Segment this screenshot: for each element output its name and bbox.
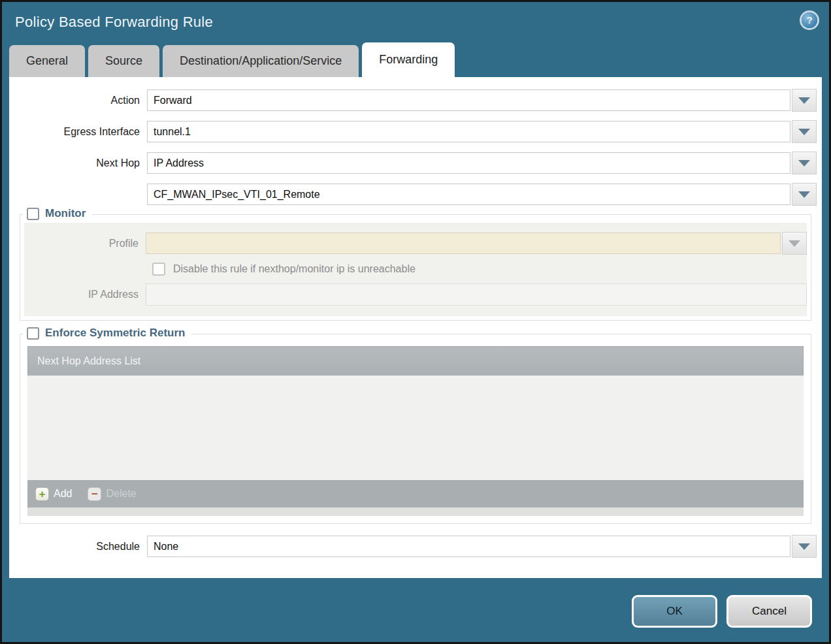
next-hop-row: Next Hop (9, 152, 817, 174)
next-hop-dropdown-button[interactable] (792, 152, 817, 174)
next-hop-label: Next Hop (9, 157, 147, 169)
dialog-footer: OK Cancel (632, 595, 812, 628)
next-hop-address-list-header: Next Hop Address List (27, 346, 804, 376)
enforce-symmetric-return-legend-label: Enforce Symmetric Return (45, 327, 185, 340)
cancel-button[interactable]: Cancel (726, 595, 812, 628)
next-hop-address-list-toolbar: + Add − Delete (27, 480, 804, 507)
disable-rule-checkbox (152, 263, 165, 276)
tab-source[interactable]: Source (88, 45, 159, 77)
add-button[interactable]: + Add (35, 487, 72, 501)
profile-input (146, 233, 781, 254)
monitor-legend: Monitor (23, 207, 92, 220)
chevron-down-icon (798, 97, 810, 104)
ok-button[interactable]: OK (632, 595, 717, 628)
monitor-fieldset: Monitor Profile Disable this rule if nex… (20, 214, 811, 321)
profile-row: Profile (31, 232, 807, 255)
next-hop-address-list-table: Next Hop Address List + Add − Delete (27, 346, 804, 516)
action-row: Action (9, 89, 817, 112)
chevron-down-icon (798, 129, 810, 135)
minus-icon: − (88, 487, 101, 501)
schedule-row: Schedule (9, 535, 817, 558)
monitor-body: Profile Disable this rule if nexthop/mon… (24, 223, 807, 316)
schedule-dropdown-button[interactable] (792, 535, 817, 558)
schedule-label: Schedule (9, 541, 147, 553)
tab-general[interactable]: General (9, 45, 85, 77)
profile-dropdown-button (782, 232, 807, 255)
monitor-ip-address-label: IP Address (31, 289, 146, 300)
tab-bar: General Source Destination/Application/S… (9, 42, 829, 77)
disable-rule-row: Disable this rule if nexthop/monitor ip … (152, 263, 807, 276)
policy-based-forwarding-dialog: Policy Based Forwarding Rule ? General S… (0, 0, 831, 644)
dialog-titlebar: Policy Based Forwarding Rule (2, 2, 829, 42)
action-input[interactable] (147, 89, 790, 111)
next-hop-address-input[interactable] (147, 184, 790, 205)
next-hop-address-dropdown-button[interactable] (792, 183, 817, 206)
egress-interface-row: Egress Interface (9, 120, 817, 143)
chevron-down-icon (798, 543, 810, 550)
schedule-input[interactable] (147, 536, 790, 557)
monitor-ip-address-input (146, 283, 807, 306)
dialog-title: Policy Based Forwarding Rule (15, 14, 213, 31)
forwarding-tab-panel: Action Egress Interface Next Hop (9, 77, 822, 578)
help-icon[interactable]: ? (802, 12, 817, 28)
action-label: Action (9, 95, 147, 106)
egress-interface-label: Egress Interface (9, 126, 147, 138)
table-scrollbar-strip (27, 507, 804, 516)
action-dropdown-button[interactable] (792, 89, 817, 112)
egress-interface-input[interactable] (147, 121, 790, 142)
tab-destination-application-service[interactable]: Destination/Application/Service (163, 45, 359, 77)
monitor-legend-label: Monitor (45, 207, 86, 220)
chevron-down-icon (798, 160, 810, 167)
profile-label: Profile (31, 238, 146, 250)
add-button-label: Add (54, 488, 72, 500)
next-hop-address-row (9, 183, 817, 206)
enforce-symmetric-return-fieldset: Enforce Symmetric Return Next Hop Addres… (20, 334, 811, 524)
enforce-symmetric-return-legend: Enforce Symmetric Return (23, 327, 191, 340)
chevron-down-icon (789, 240, 800, 247)
chevron-down-icon (798, 191, 810, 198)
monitor-checkbox[interactable] (27, 208, 39, 220)
next-hop-type-input[interactable] (147, 152, 790, 174)
delete-button: − Delete (88, 487, 136, 501)
next-hop-address-list-body (27, 376, 804, 480)
enforce-symmetric-return-checkbox[interactable] (27, 327, 39, 340)
tab-forwarding[interactable]: Forwarding (362, 42, 455, 77)
egress-interface-dropdown-button[interactable] (792, 120, 817, 143)
disable-rule-label: Disable this rule if nexthop/monitor ip … (173, 263, 416, 275)
monitor-ip-address-row: IP Address (31, 283, 807, 306)
plus-icon: + (35, 487, 49, 501)
delete-button-label: Delete (106, 488, 136, 500)
